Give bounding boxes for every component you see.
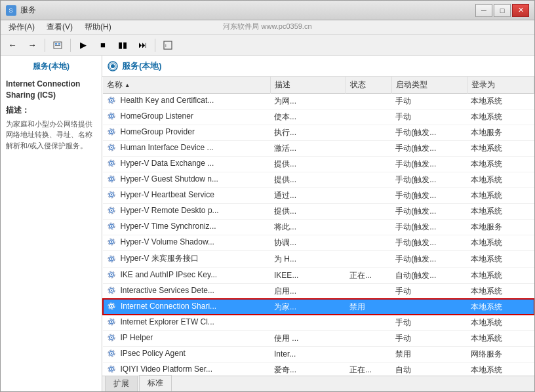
service-status [346,251,391,268]
service-name[interactable]: IPsec Policy Agent [103,346,271,362]
table-row[interactable]: Hyper-V 来宾服务接口 为 H... 手动(触发... 本地系统 [103,251,534,268]
up-button[interactable] [49,37,67,54]
pause-button[interactable]: ▮▮ [113,37,132,54]
table-row[interactable]: Hyper-V Volume Shadow... 协调... 手动(触发... … [103,235,534,251]
table-row[interactable]: IP Helper 使用 ... 手动 本地系统 [103,330,534,346]
service-name[interactable]: Hyper-V Remote Deskto p... [103,204,271,220]
service-name[interactable]: IQIYI Video Platform Ser... [103,362,271,376]
col-header-start[interactable]: 启动类型 [391,77,467,94]
service-name[interactable]: HomeGroup Provider [103,125,271,141]
menu-action[interactable]: 操作(A) [3,20,40,34]
table-row[interactable]: Hyper-V Heartbeat Service 通过... 手动(触发...… [103,188,534,204]
service-start: 自动 [391,362,467,376]
menu-view[interactable]: 查看(V) [41,20,78,34]
menu-bar: 操作(A) 查看(V) 帮助(H) [1,20,534,35]
service-start: 禁用 [391,346,467,362]
description-label: 描述： [6,105,96,116]
service-name[interactable]: Hyper-V 来宾服务接口 [103,251,271,268]
service-start [391,299,467,315]
title-bar-buttons: ─ □ ✕ [475,4,529,17]
bottom-tabs: 扩展 标准 [102,376,534,391]
service-status [346,283,391,299]
table-row[interactable]: Health Key and Certificat... 为网... 手动 本地… [103,94,534,109]
service-name[interactable]: Internet Explorer ETW Cl... [103,315,271,330]
tab-standard[interactable]: 标准 [139,375,172,391]
service-name[interactable]: Hyper-V Heartbeat Service [103,188,271,204]
svg-point-16 [110,115,111,117]
service-status [346,235,391,251]
title-bar: S 服务 ─ □ ✕ [1,1,534,20]
service-name[interactable]: Hyper-V Volume Shadow... [103,235,271,251]
table-row[interactable]: Hyper-V Time Synchroniz... 将此... 手动(触发..… [103,220,534,235]
table-row[interactable]: HomeGroup Provider 执行... 手动(触发... 本地服务 [103,125,534,141]
table-row[interactable]: IPsec Policy Agent Inter... 禁用 网络服务 [103,346,534,362]
service-start: 手动(触发... [391,204,467,220]
restart-button[interactable]: ⏭ [133,37,151,54]
service-desc: IKEE... [270,267,346,283]
window-title: 服务 [20,5,36,16]
service-name[interactable]: Internet Connection Shari... [103,299,271,315]
table-row[interactable]: HomeGroup Listener 使本... 手动 本地系统 [103,109,534,125]
svg-point-28 [110,178,111,180]
service-name[interactable]: IKE and AuthIP IPsec Key... [103,267,271,283]
service-desc: 提供... [270,204,346,220]
svg-text:S: S [9,7,13,14]
menu-help[interactable]: 帮助(H) [79,20,117,34]
back-button[interactable]: ← [3,37,22,54]
service-login: 本地系统 [467,188,534,204]
main-window: S 服务 ─ □ ✕ 河东软件局 www.pc0359.cn 操作(A) 查看(… [0,0,535,392]
service-desc [270,315,346,330]
svg-text:i: i [165,43,167,49]
svg-point-61 [110,352,111,353]
col-header-name[interactable]: 名称 ▲ [103,77,271,94]
svg-point-19 [110,131,111,132]
table-row[interactable]: Hyper-V Data Exchange ... 提供... 手动(触发...… [103,157,534,172]
stop-button[interactable]: ■ [94,37,112,54]
forward-button[interactable]: → [23,37,41,54]
table-row[interactable]: Hyper-V Remote Deskto p... 提供... 手动(触发..… [103,204,534,220]
service-login: 本地系统 [467,330,534,346]
service-name[interactable]: IP Helper [103,330,271,346]
svg-point-49 [110,289,111,290]
service-start: 手动 [391,109,467,125]
table-row[interactable]: Internet Connection Shari... 为家... 禁用 本地… [103,299,534,315]
service-name[interactable]: Human Interface Device ... [103,141,271,157]
service-name[interactable]: Health Key and Certificat... [103,94,271,109]
service-login: 本地系统 [467,172,534,188]
service-login: 本地服务 [467,220,534,235]
service-start: 手动(触发... [391,157,467,172]
main-content: 服务(本地) Internet Connection Sharing (ICS)… [1,56,534,391]
service-login: 本地服务 [467,125,534,141]
col-header-desc[interactable]: 描述 [270,77,346,94]
service-name[interactable]: Hyper-V Data Exchange ... [103,157,271,172]
table-row[interactable]: IKE and AuthIP IPsec Key... IKEE... 正在..… [103,267,534,283]
service-login: 本地系统 [467,267,534,283]
table-row[interactable]: Internet Explorer ETW Cl... 手动 本地系统 [103,315,534,330]
service-desc: Inter... [270,346,346,362]
service-name[interactable]: Hyper-V Guest Shutdow n... [103,172,271,188]
col-header-status[interactable]: 状态 [346,77,391,94]
maximize-button[interactable]: □ [494,4,511,17]
close-button[interactable]: ✕ [512,4,529,17]
col-header-login[interactable]: 登录为 [467,77,534,94]
table-row[interactable]: Hyper-V Guest Shutdow n... 提供... 手动(触发..… [103,172,534,188]
service-status: 正在... [346,267,391,283]
table-row[interactable]: Human Interface Device ... 激活... 手动(触发..… [103,141,534,157]
service-name[interactable]: Interactive Services Dete... [103,283,271,299]
service-desc: 将此... [270,220,346,235]
service-start: 手动 [391,94,467,109]
service-name[interactable]: Hyper-V Time Synchroniz... [103,220,271,235]
service-login: 本地系统 [467,94,534,109]
service-start: 手动(触发... [391,172,467,188]
table-row[interactable]: IQIYI Video Platform Ser... 爱奇... 正在... … [103,362,534,376]
play-button[interactable]: ▶ [74,37,92,54]
service-name[interactable]: HomeGroup Listener [103,109,271,125]
minimize-button[interactable]: ─ [475,4,492,17]
service-status [346,346,391,362]
services-table-wrapper[interactable]: 名称 ▲ 描述 状态 启动类型 登录为 Health Key and Certi… [102,77,534,376]
service-login: 本地系统 [467,299,534,315]
service-desc: 使用 ... [270,330,346,346]
tab-extended[interactable]: 扩展 [105,376,138,391]
properties-button[interactable]: i [159,37,177,54]
table-row[interactable]: Interactive Services Dete... 启用... 手动 本地… [103,283,534,299]
